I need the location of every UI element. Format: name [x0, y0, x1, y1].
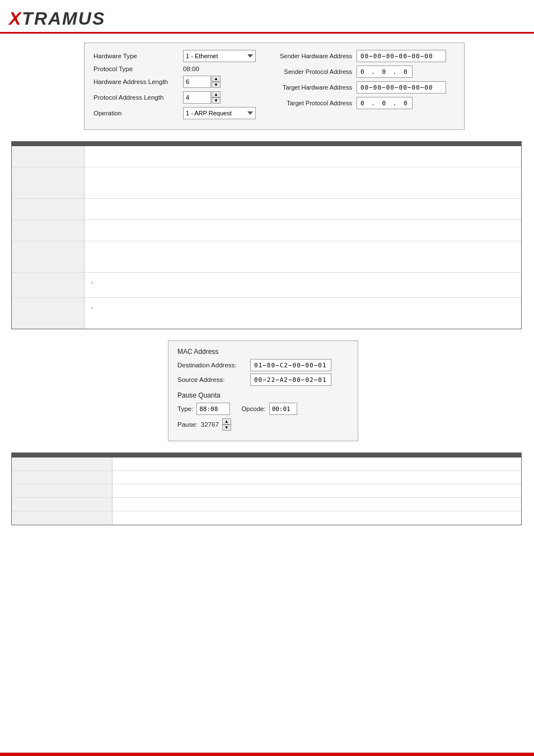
target-hw-addr-input[interactable] — [357, 81, 446, 94]
small-table-content — [113, 484, 521, 497]
sender-proto-addr-label: Sender Protocol Address — [267, 68, 357, 75]
small-table-label — [12, 498, 113, 511]
main-content: Hardware Type 1 - Ethernet Protocol Type… — [0, 34, 534, 545]
sender-hw-addr-label: Sender Hardware Address — [267, 53, 357, 59]
pause-down[interactable]: ▼ — [222, 424, 231, 431]
footer-bar — [0, 753, 534, 756]
sender-proto-addr-input[interactable] — [357, 66, 413, 78]
small-table-row — [12, 471, 521, 484]
hardware-type-label: Hardware Type — [93, 53, 183, 59]
target-hw-addr-row: Target Hardware Address — [267, 81, 452, 94]
table-row-content: , — [85, 273, 521, 297]
target-proto-addr-row: Target Protocol Address — [267, 97, 452, 109]
proto-addr-len-row: Protocol Address Length ▲ ▼ — [93, 91, 261, 104]
logo-x: X — [9, 8, 22, 29]
hardware-type-row: Hardware Type 1 - Ethernet — [93, 50, 261, 62]
dest-addr-row: Destination Address: — [177, 359, 349, 371]
proto-addr-len-btns: ▲ ▼ — [212, 91, 221, 104]
target-hw-addr-label: Target Hardware Address — [267, 84, 357, 91]
small-table-content — [113, 458, 521, 470]
hw-addr-len-spinner: ▲ ▼ — [183, 76, 221, 88]
hw-addr-len-down[interactable]: ▼ — [212, 82, 221, 88]
dest-addr-input[interactable] — [250, 359, 331, 371]
hw-addr-len-btns: ▲ ▼ — [212, 76, 221, 88]
hardware-type-dropdown[interactable]: 1 - Ethernet — [183, 50, 256, 62]
table-row-label — [12, 273, 85, 297]
table-row — [12, 146, 521, 167]
hw-addr-len-row: Hardware Address Length ▲ ▼ — [93, 76, 261, 88]
table-row-content: , — [85, 298, 521, 329]
protocol-type-value: 08:00 — [183, 66, 199, 72]
small-table-header — [12, 453, 521, 458]
table-panel-1-header — [12, 142, 521, 146]
dest-addr-label: Destination Address: — [177, 362, 250, 368]
small-table-row — [12, 484, 521, 498]
proto-addr-len-up[interactable]: ▲ — [212, 91, 221, 97]
small-table-body — [12, 458, 521, 525]
operation-dropdown[interactable]: 1 - ARP Request — [183, 107, 256, 119]
pause-value: 32767 — [201, 421, 219, 428]
proto-addr-len-spinner: ▲ ▼ — [183, 91, 221, 104]
table-row: , — [12, 273, 521, 298]
src-addr-row: Source Address: — [177, 374, 349, 386]
operation-label: Operation — [93, 110, 183, 116]
proto-addr-len-input[interactable] — [183, 91, 211, 104]
small-table-content — [113, 511, 521, 525]
sender-proto-addr-row: Sender Protocol Address — [267, 66, 452, 78]
table-row — [12, 241, 521, 273]
table-row — [12, 220, 521, 241]
opcode-input[interactable] — [269, 403, 297, 415]
type-label: Type: — [177, 405, 193, 412]
logo: XTRAMUS — [9, 8, 105, 29]
type-opcode-row: Type: Opcode: — [177, 403, 349, 415]
table-row: , — [12, 298, 521, 329]
small-table-row — [12, 511, 521, 525]
pause-panel: MAC Address Destination Address: Source … — [168, 340, 358, 441]
protocol-type-row: Protocol Type 08:00 — [93, 66, 261, 72]
small-table-label — [12, 484, 113, 497]
small-table-label — [12, 511, 113, 525]
table-row-label — [12, 167, 85, 198]
operation-row: Operation 1 - ARP Request — [93, 107, 261, 119]
arp-left-col: Hardware Type 1 - Ethernet Protocol Type… — [93, 50, 261, 123]
proto-addr-len-down[interactable]: ▼ — [212, 97, 221, 104]
mac-address-title: MAC Address — [177, 348, 349, 356]
target-proto-addr-label: Target Protocol Address — [267, 100, 357, 106]
table-row-label — [12, 199, 85, 220]
small-table-label — [12, 458, 113, 470]
pause-spinner-btns: ▲ ▼ — [222, 418, 231, 431]
pause-up[interactable]: ▲ — [222, 418, 231, 424]
target-proto-addr-input[interactable] — [357, 97, 413, 109]
small-table — [11, 452, 522, 525]
small-table-label — [12, 471, 113, 484]
hw-addr-len-input[interactable] — [183, 76, 211, 88]
small-table-row — [12, 498, 521, 511]
arp-panel: Hardware Type 1 - Ethernet Protocol Type… — [84, 43, 465, 130]
pause-value-row: Pause: 32767 ▲ ▼ — [177, 418, 349, 431]
table-row-label — [12, 298, 85, 329]
small-table-content — [113, 471, 521, 484]
small-table-content — [113, 498, 521, 511]
table-row-content — [85, 199, 521, 220]
table-row-content — [85, 146, 521, 167]
src-addr-input[interactable] — [250, 374, 331, 386]
table-panel-1-body: , , — [12, 146, 521, 329]
arp-right-col: Sender Hardware Address Sender Protocol … — [261, 50, 452, 113]
table-row-label — [12, 220, 85, 241]
table-row — [12, 167, 521, 199]
sender-hw-addr-input[interactable] — [357, 50, 446, 62]
type-input[interactable] — [196, 403, 230, 415]
table-panel-1: , , — [11, 141, 522, 329]
table-row — [12, 199, 521, 220]
hw-addr-len-up[interactable]: ▲ — [212, 76, 221, 82]
sender-hw-addr-row: Sender Hardware Address — [267, 50, 452, 62]
table-row-label — [12, 241, 85, 272]
opcode-label: Opcode: — [241, 405, 265, 412]
table-row-content — [85, 220, 521, 241]
header: XTRAMUS — [0, 0, 534, 34]
small-table-row — [12, 458, 521, 471]
table-row-content — [85, 167, 521, 198]
protocol-type-label: Protocol Type — [93, 66, 183, 72]
pause-label: Pause: — [177, 421, 198, 428]
src-addr-label: Source Address: — [177, 376, 250, 383]
